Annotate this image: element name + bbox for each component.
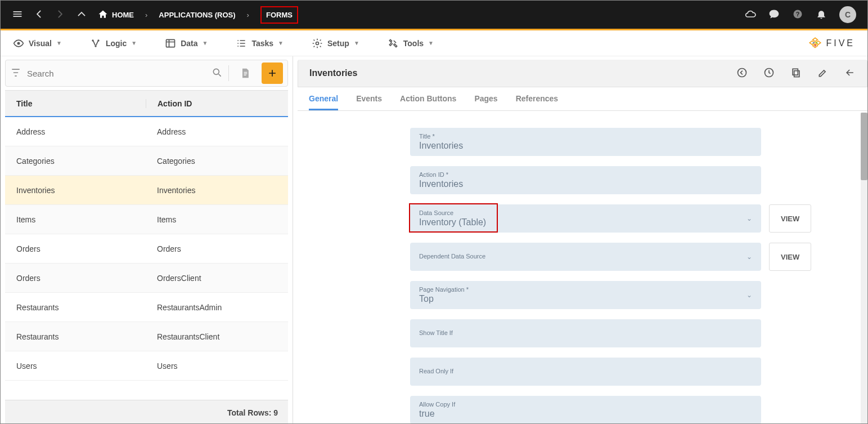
- detail-panel: Inventories General Events Action Button…: [293, 56, 867, 424]
- breadcrumb-forms[interactable]: FORMS: [260, 6, 298, 24]
- search-icon[interactable]: [212, 67, 223, 80]
- svg-point-2: [17, 42, 20, 44]
- breadcrumb: HOME › APPLICATIONS (ROS) › FORMS: [97, 6, 298, 24]
- field-allow-copy-if[interactable]: Allow Copy If true: [410, 396, 761, 424]
- breadcrumb-home-label: HOME: [112, 11, 134, 19]
- search-input[interactable]: [27, 69, 206, 78]
- cell-action-id: Users: [146, 361, 288, 371]
- avatar[interactable]: C: [839, 6, 856, 23]
- table-body: AddressAddressCategoriesCategoriesInvent…: [5, 117, 288, 400]
- add-button[interactable]: [262, 63, 283, 84]
- breadcrumb-apps[interactable]: APPLICATIONS (ROS): [159, 11, 235, 19]
- field-dependent-data-source[interactable]: Dependent Data Source ⌄: [410, 243, 761, 271]
- topbar-right: ? C: [745, 6, 856, 23]
- help-icon[interactable]: ?: [792, 8, 803, 21]
- chevron-right-icon: ›: [247, 11, 249, 19]
- copy-icon[interactable]: [790, 67, 802, 80]
- menu-tools[interactable]: Tools▼: [388, 38, 434, 49]
- cell-title: Address: [5, 127, 146, 136]
- chevron-down-icon: ⌄: [746, 253, 752, 261]
- chevron-down-icon: ⌄: [746, 215, 752, 222]
- menu-logic[interactable]: Logic▼: [90, 38, 137, 49]
- cell-action-id: RestaurantsAdmin: [146, 303, 288, 312]
- svg-rect-11: [794, 70, 799, 77]
- field-action-id[interactable]: Action ID * Inventories: [410, 166, 761, 194]
- search-bar: [5, 60, 288, 87]
- cell-action-id: RestaurantsClient: [146, 332, 288, 341]
- scrollbar[interactable]: [861, 113, 867, 424]
- table-row[interactable]: ItemsItems: [5, 205, 288, 234]
- table-row[interactable]: OrdersOrdersClient: [5, 264, 288, 293]
- cloud-icon[interactable]: [745, 8, 756, 21]
- cell-title: Users: [5, 361, 146, 371]
- main: Title Action ID AddressAddressCategories…: [1, 56, 867, 424]
- chevron-down-icon: ⌄: [746, 291, 752, 299]
- svg-point-8: [213, 69, 219, 74]
- scrollbar-thumb[interactable]: [861, 113, 867, 180]
- view-button-dep[interactable]: VIEW: [769, 243, 811, 271]
- detail-title: Inventories: [309, 68, 357, 78]
- tab-events[interactable]: Events: [356, 94, 382, 110]
- back-icon[interactable]: [33, 8, 44, 21]
- cell-action-id: Items: [146, 215, 288, 224]
- tab-general[interactable]: General: [309, 94, 338, 110]
- col-title[interactable]: Title: [5, 99, 146, 108]
- svg-point-7: [316, 42, 319, 44]
- col-action-id[interactable]: Action ID: [146, 99, 288, 108]
- menu-visual[interactable]: Visual▼: [13, 38, 62, 49]
- table-row[interactable]: RestaurantsRestaurantsClient: [5, 322, 288, 351]
- cell-action-id: OrdersClient: [146, 274, 288, 283]
- hamburger-icon[interactable]: [12, 8, 23, 21]
- cell-action-id: Categories: [146, 157, 288, 166]
- svg-point-9: [738, 68, 746, 77]
- edit-icon[interactable]: [817, 67, 829, 80]
- bell-icon[interactable]: [816, 8, 827, 21]
- form-area: Title * Inventories Action ID * Inventor…: [298, 111, 867, 424]
- cell-title: Items: [5, 215, 146, 224]
- field-show-title-if[interactable]: Show Title If: [410, 319, 761, 347]
- breadcrumb-home[interactable]: HOME: [97, 9, 134, 20]
- svg-point-5: [95, 45, 96, 47]
- detail-header: Inventories: [298, 60, 867, 87]
- svg-rect-12: [793, 69, 798, 75]
- tabs: General Events Action Buttons Pages Refe…: [298, 87, 867, 111]
- cell-title: Inventories: [5, 186, 146, 195]
- back-circle-icon[interactable]: [736, 67, 748, 80]
- table-header: Title Action ID: [5, 90, 288, 117]
- field-read-only-if[interactable]: Read Only If: [410, 358, 761, 386]
- topbar-left: HOME › APPLICATIONS (ROS) › FORMS: [12, 6, 298, 24]
- list-panel: Title Action ID AddressAddressCategories…: [1, 56, 293, 424]
- menu-data[interactable]: Data▼: [165, 38, 208, 49]
- chevron-right-icon: ›: [145, 11, 147, 19]
- table-row[interactable]: UsersUsers: [5, 351, 288, 381]
- table-row[interactable]: OrdersOrders: [5, 234, 288, 264]
- chat-icon[interactable]: [768, 8, 780, 21]
- table-row[interactable]: InventoriesInventories: [5, 176, 288, 205]
- table-row[interactable]: RestaurantsRestaurantsAdmin: [5, 293, 288, 322]
- divider: [228, 65, 229, 81]
- up-icon[interactable]: [76, 8, 87, 21]
- svg-rect-6: [167, 39, 175, 47]
- total-rows: Total Rows: 9: [227, 408, 278, 417]
- menu-tasks[interactable]: Tasks▼: [236, 38, 284, 49]
- table-row[interactable]: AddressAddress: [5, 117, 288, 146]
- forward-icon: [55, 8, 66, 21]
- arrow-left-icon[interactable]: [844, 67, 856, 80]
- field-page-navigation[interactable]: Page Navigation * Top ⌄: [410, 281, 761, 309]
- tab-action-buttons[interactable]: Action Buttons: [400, 94, 456, 110]
- svg-text:?: ?: [796, 11, 800, 17]
- detail-actions: [736, 67, 856, 80]
- filter-icon[interactable]: [10, 67, 21, 80]
- field-title[interactable]: Title * Inventories: [410, 128, 761, 156]
- history-icon[interactable]: [763, 67, 775, 80]
- tab-pages[interactable]: Pages: [474, 94, 497, 110]
- cell-title: Restaurants: [5, 332, 146, 341]
- cell-action-id: Orders: [146, 244, 288, 253]
- tab-references[interactable]: References: [516, 94, 559, 110]
- field-data-source[interactable]: Data Source Inventory (Table) ⌄: [410, 204, 761, 233]
- table-row[interactable]: CategoriesCategories: [5, 146, 288, 176]
- document-button[interactable]: [235, 63, 256, 84]
- menu-setup[interactable]: Setup▼: [312, 38, 359, 49]
- cell-title: Categories: [5, 157, 146, 166]
- view-button-ds[interactable]: VIEW: [769, 204, 811, 233]
